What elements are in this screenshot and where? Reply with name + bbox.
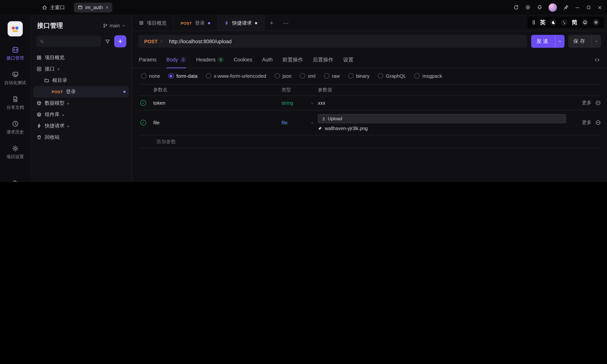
branch-selector[interactable]: main: [103, 23, 126, 28]
filter-button[interactable]: [104, 38, 111, 45]
search-field[interactable]: [46, 38, 97, 44]
add-button[interactable]: [114, 35, 126, 47]
column-header-value: 参数值: [318, 87, 566, 93]
tab-pre-operations[interactable]: 前置操作: [282, 52, 303, 68]
unsaved-dot: [123, 91, 126, 93]
body-type-x-www-form-urlencoded[interactable]: x-www-form-urlencoded: [206, 73, 266, 79]
send-dropdown[interactable]: [555, 35, 565, 48]
ime-emoji-icon[interactable]: [581, 19, 588, 26]
upload-button-label: Upload: [328, 116, 342, 121]
project-logo[interactable]: [8, 21, 23, 36]
expander-caret-down-icon[interactable]: ▾: [58, 67, 60, 71]
lightning-icon: [224, 20, 229, 26]
settings-gear-icon[interactable]: [525, 5, 531, 10]
tree-item-login-api[interactable]: POST 登录: [33, 86, 129, 97]
param-type-select[interactable]: file: [281, 120, 318, 125]
body-type-json[interactable]: json: [275, 73, 291, 79]
param-name[interactable]: token: [153, 100, 281, 106]
attached-file[interactable]: wallhaven-yjr3lk.png: [318, 126, 566, 131]
more-link[interactable]: 更多: [582, 119, 592, 126]
method-select[interactable]: POST: [138, 39, 168, 44]
body-type-none[interactable]: none: [141, 73, 160, 79]
tab-settings[interactable]: 设置: [343, 52, 353, 68]
sidebar-item-share-docs[interactable]: 分享文档: [6, 96, 24, 110]
body-type-xml[interactable]: xml: [300, 73, 316, 79]
more-link[interactable]: 更多: [582, 100, 592, 106]
radio-label: x-www-form-urlencoded: [214, 73, 266, 79]
body-type-form-data[interactable]: form-data: [169, 73, 198, 79]
window-tab-label: im_auth: [85, 5, 103, 10]
sidebar-item-project-settings[interactable]: 项目设置: [6, 145, 24, 160]
tree-item-quick-request[interactable]: 快捷请求 ▸: [33, 120, 129, 131]
expander-caret-icon[interactable]: ▸: [63, 112, 65, 117]
radio-label: raw: [332, 73, 340, 79]
ime-punctuation-icon[interactable]: [561, 19, 567, 26]
tab-post-operations[interactable]: 后置操作: [313, 52, 333, 68]
param-type-select[interactable]: string: [281, 100, 318, 106]
tab-body[interactable]: Body2: [166, 52, 186, 68]
doc-tab-quick-request[interactable]: 快捷请求: [217, 15, 264, 31]
expander-caret-icon[interactable]: ▸: [67, 124, 69, 128]
expander-caret-icon[interactable]: ▸: [67, 101, 69, 105]
ime-language-toggle[interactable]: 英: [540, 19, 546, 26]
tree-item-recycle-bin[interactable]: 回收站: [33, 131, 129, 143]
home-window-button[interactable]: 主窗口: [38, 4, 69, 11]
tab-params[interactable]: Params: [139, 52, 157, 68]
overview-grid-icon: [139, 20, 144, 26]
sidebar-item-invite-members[interactable]: 邀请成员: [6, 179, 24, 182]
tab-label: Cookies: [234, 57, 252, 63]
tab-headers[interactable]: Headers9: [196, 52, 224, 68]
body-type-binary[interactable]: binary: [348, 73, 369, 79]
body-type-raw[interactable]: raw: [324, 73, 340, 79]
upload-button[interactable]: Upload: [318, 114, 566, 123]
ime-simplified-toggle[interactable]: 简: [572, 19, 577, 26]
sidebar-item-automated-testing[interactable]: 自动化测试: [4, 71, 26, 86]
chevron-down-icon: [160, 39, 164, 43]
tab-auth[interactable]: Auth: [262, 52, 273, 68]
save-dropdown[interactable]: [592, 35, 601, 48]
ime-grip-icon[interactable]: [532, 20, 536, 25]
tab-label: Auth: [262, 57, 273, 63]
close-window-icon[interactable]: [597, 5, 602, 10]
radio-icon: [348, 73, 353, 78]
close-tab-icon[interactable]: ×: [106, 5, 108, 10]
doc-tab-login[interactable]: POST 登录: [174, 15, 217, 31]
tree-item-project-overview[interactable]: 项目概览: [33, 52, 129, 63]
param-enabled-checkbox[interactable]: ✓: [140, 120, 146, 126]
save-button[interactable]: 保存: [568, 35, 601, 48]
tree-item-root-directory[interactable]: 根目录: [33, 75, 129, 86]
sidebar-item-api-management[interactable]: 接口管理: [6, 46, 24, 61]
code-view-icon[interactable]: [594, 57, 600, 63]
tree-item-component-library[interactable]: 组件库 ▸: [33, 109, 129, 120]
more-tabs-button[interactable]: ⋯: [279, 15, 293, 31]
minimize-icon[interactable]: [575, 5, 580, 10]
new-tab-button[interactable]: ＋: [264, 15, 279, 31]
param-value[interactable]: xxx: [318, 100, 566, 106]
window-tab-im-auth[interactable]: im_auth ×: [74, 2, 112, 12]
pin-icon[interactable]: [563, 5, 569, 10]
tab-cookies[interactable]: Cookies: [234, 52, 252, 68]
param-enabled-checkbox[interactable]: ✓: [140, 100, 146, 106]
tab-label: Body: [166, 57, 178, 63]
body-type-graphql[interactable]: GraphQL: [378, 73, 406, 79]
doc-tab-project-overview[interactable]: 项目概览: [132, 15, 174, 31]
url-input[interactable]: [168, 38, 527, 45]
ime-settings-gear-icon[interactable]: [593, 19, 599, 26]
window-icon: [78, 5, 83, 10]
param-name[interactable]: file: [153, 120, 281, 126]
add-param-row[interactable]: 添加参数: [139, 135, 601, 148]
ime-dark-mode-icon[interactable]: [550, 19, 556, 26]
user-avatar[interactable]: [549, 3, 557, 12]
body-type-msgpack[interactable]: msgpack: [414, 73, 442, 79]
refresh-icon[interactable]: [513, 5, 519, 10]
sidebar-item-request-history[interactable]: 请求历史: [6, 120, 24, 135]
remove-row-icon[interactable]: [595, 120, 601, 126]
maximize-icon[interactable]: [586, 5, 591, 10]
send-button[interactable]: 发送: [531, 35, 565, 48]
tree-item-data-models[interactable]: 数据模型 ▸: [33, 97, 129, 109]
notifications-bell-icon[interactable]: [537, 5, 542, 10]
tab-label: 后置操作: [313, 56, 333, 63]
tree-item-apis[interactable]: 接口 ▾: [33, 63, 129, 75]
search-input[interactable]: [36, 36, 101, 47]
remove-row-icon[interactable]: [595, 100, 601, 106]
